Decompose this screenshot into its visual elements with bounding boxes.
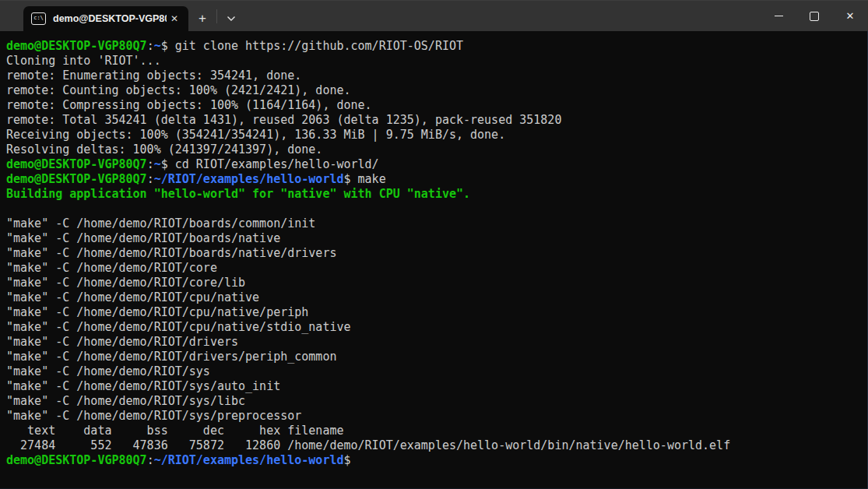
terminal-line: 27484 552 47836 75872 12860 /home/demo/R… bbox=[6, 438, 862, 453]
terminal-line: "make" -C /home/demo/RIOT/sys bbox=[6, 364, 862, 379]
terminal-line: demo@DESKTOP-VGP80Q7:~$ git clone https:… bbox=[6, 39, 862, 54]
terminal-line: "make" -C /home/demo/RIOT/core/lib bbox=[6, 276, 862, 290]
terminal-line: Receiving objects: 100% (354241/354241),… bbox=[6, 128, 862, 142]
terminal-line: remote: Enumerating objects: 354241, don… bbox=[6, 69, 862, 83]
terminal-line: "make" -C /home/demo/RIOT/sys/auto_init bbox=[6, 379, 862, 394]
terminal-line: "make" -C /home/demo/RIOT/sys/preprocess… bbox=[6, 409, 862, 424]
terminal-line: remote: Counting objects: 100% (2421/242… bbox=[6, 83, 862, 98]
terminal-line: "make" -C /home/demo/RIOT/boards/common/… bbox=[6, 216, 862, 231]
terminal-line: "make" -C /home/demo/RIOT/drivers bbox=[6, 335, 862, 350]
terminal-line: "make" -C /home/demo/RIOT/cpu/native/std… bbox=[6, 320, 862, 335]
terminal-line: "make" -C /home/demo/RIOT/sys/libc bbox=[6, 394, 862, 409]
terminal-line: remote: Compressing objects: 100% (1164/… bbox=[6, 98, 862, 113]
terminal-line bbox=[6, 202, 862, 216]
terminal-line: "make" -C /home/demo/RIOT/boards/native/… bbox=[6, 246, 862, 261]
maximize-icon bbox=[810, 12, 819, 21]
chevron-down-icon bbox=[227, 16, 236, 22]
minimize-icon bbox=[775, 16, 783, 16]
terminal-line: Building application "hello-world" for "… bbox=[6, 187, 862, 202]
terminal-line: "make" -C /home/demo/RIOT/cpu/native/per… bbox=[6, 305, 862, 320]
terminal-line: demo@DESKTOP-VGP80Q7:~/RIOT/examples/hel… bbox=[6, 172, 862, 187]
tab-dropdown-button[interactable] bbox=[217, 6, 245, 31]
tab-active[interactable]: c:\ demo@DESKTOP-VGP80Q7: ~ ✕ bbox=[23, 6, 188, 31]
close-icon: ✕ bbox=[846, 10, 855, 22]
terminal-window: c:\ demo@DESKTOP-VGP80Q7: ~ ✕ + ✕ demo@D… bbox=[0, 0, 868, 489]
minimize-button[interactable] bbox=[761, 1, 796, 31]
command-prompt-icon: c:\ bbox=[31, 12, 46, 25]
terminal-output: demo@DESKTOP-VGP80Q7:~$ git clone https:… bbox=[6, 39, 862, 468]
tab-title: demo@DESKTOP-VGP80Q7: ~ bbox=[53, 13, 167, 24]
terminal-line: "make" -C /home/demo/RIOT/cpu/native bbox=[6, 290, 862, 305]
terminal-line: text data bss dec hex filename bbox=[6, 424, 862, 438]
maximize-button[interactable] bbox=[796, 1, 832, 31]
terminal-line: "make" -C /home/demo/RIOT/core bbox=[6, 261, 862, 276]
terminal[interactable]: demo@DESKTOP-VGP80Q7:~$ git clone https:… bbox=[0, 31, 868, 468]
new-tab-button[interactable]: + bbox=[188, 6, 216, 31]
tab-close-button[interactable]: ✕ bbox=[167, 12, 182, 26]
terminal-line: demo@DESKTOP-VGP80Q7:~$ cd RIOT/examples… bbox=[6, 157, 862, 172]
terminal-line: remote: Total 354241 (delta 1431), reuse… bbox=[6, 113, 862, 128]
terminal-line: Resolving deltas: 100% (241397/241397), … bbox=[6, 142, 862, 157]
terminal-line: Cloning into 'RIOT'... bbox=[6, 54, 862, 69]
terminal-line: "make" -C /home/demo/RIOT/boards/native bbox=[6, 231, 862, 246]
close-button[interactable]: ✕ bbox=[832, 1, 868, 31]
terminal-line: demo@DESKTOP-VGP80Q7:~/RIOT/examples/hel… bbox=[6, 453, 862, 468]
titlebar: c:\ demo@DESKTOP-VGP80Q7: ~ ✕ + ✕ bbox=[0, 0, 868, 31]
terminal-line: "make" -C /home/demo/RIOT/drivers/periph… bbox=[6, 350, 862, 364]
